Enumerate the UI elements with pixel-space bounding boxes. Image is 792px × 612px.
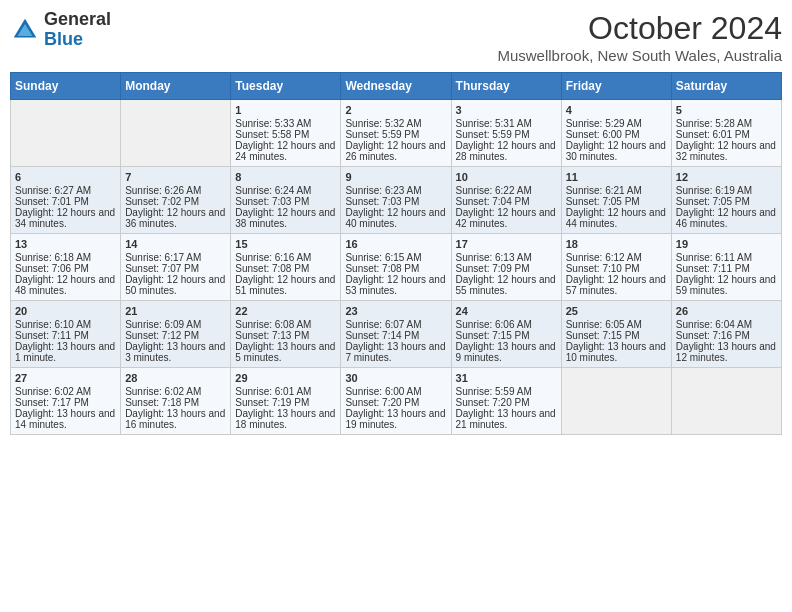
day-number: 29 <box>235 372 336 384</box>
daylight-text: Daylight: 13 hours and 21 minutes. <box>456 408 557 430</box>
sunrise-text: Sunrise: 6:11 AM <box>676 252 777 263</box>
day-number: 4 <box>566 104 667 116</box>
sunset-text: Sunset: 7:02 PM <box>125 196 226 207</box>
sunrise-text: Sunrise: 6:13 AM <box>456 252 557 263</box>
sunrise-text: Sunrise: 6:05 AM <box>566 319 667 330</box>
day-number: 7 <box>125 171 226 183</box>
sunrise-text: Sunrise: 6:23 AM <box>345 185 446 196</box>
day-number: 19 <box>676 238 777 250</box>
sunrise-text: Sunrise: 5:28 AM <box>676 118 777 129</box>
daylight-text: Daylight: 13 hours and 7 minutes. <box>345 341 446 363</box>
day-number: 27 <box>15 372 116 384</box>
sunrise-text: Sunrise: 6:04 AM <box>676 319 777 330</box>
day-number: 23 <box>345 305 446 317</box>
calendar-cell: 3Sunrise: 5:31 AMSunset: 5:59 PMDaylight… <box>451 100 561 167</box>
sunset-text: Sunset: 5:59 PM <box>345 129 446 140</box>
daylight-text: Daylight: 13 hours and 10 minutes. <box>566 341 667 363</box>
day-number: 13 <box>15 238 116 250</box>
weekday-header-monday: Monday <box>121 73 231 100</box>
calendar-week-5: 27Sunrise: 6:02 AMSunset: 7:17 PMDayligh… <box>11 368 782 435</box>
weekday-header-friday: Friday <box>561 73 671 100</box>
calendar-body: 1Sunrise: 5:33 AMSunset: 5:58 PMDaylight… <box>11 100 782 435</box>
daylight-text: Daylight: 12 hours and 59 minutes. <box>676 274 777 296</box>
sunset-text: Sunset: 6:01 PM <box>676 129 777 140</box>
sunrise-text: Sunrise: 5:33 AM <box>235 118 336 129</box>
calendar-cell: 24Sunrise: 6:06 AMSunset: 7:15 PMDayligh… <box>451 301 561 368</box>
calendar-cell: 10Sunrise: 6:22 AMSunset: 7:04 PMDayligh… <box>451 167 561 234</box>
calendar-cell: 22Sunrise: 6:08 AMSunset: 7:13 PMDayligh… <box>231 301 341 368</box>
calendar-cell: 14Sunrise: 6:17 AMSunset: 7:07 PMDayligh… <box>121 234 231 301</box>
calendar-cell: 28Sunrise: 6:02 AMSunset: 7:18 PMDayligh… <box>121 368 231 435</box>
day-number: 9 <box>345 171 446 183</box>
day-number: 1 <box>235 104 336 116</box>
calendar-header: SundayMondayTuesdayWednesdayThursdayFrid… <box>11 73 782 100</box>
day-number: 5 <box>676 104 777 116</box>
sunrise-text: Sunrise: 6:12 AM <box>566 252 667 263</box>
logo-text: General Blue <box>44 10 111 50</box>
sunset-text: Sunset: 7:08 PM <box>235 263 336 274</box>
calendar-week-4: 20Sunrise: 6:10 AMSunset: 7:11 PMDayligh… <box>11 301 782 368</box>
sunrise-text: Sunrise: 6:27 AM <box>15 185 116 196</box>
weekday-header-tuesday: Tuesday <box>231 73 341 100</box>
day-number: 3 <box>456 104 557 116</box>
sunrise-text: Sunrise: 6:06 AM <box>456 319 557 330</box>
calendar-cell: 9Sunrise: 6:23 AMSunset: 7:03 PMDaylight… <box>341 167 451 234</box>
sunset-text: Sunset: 7:03 PM <box>345 196 446 207</box>
sunrise-text: Sunrise: 5:31 AM <box>456 118 557 129</box>
day-number: 17 <box>456 238 557 250</box>
day-number: 30 <box>345 372 446 384</box>
title-block: October 2024 Muswellbrook, New South Wal… <box>497 10 782 64</box>
day-number: 25 <box>566 305 667 317</box>
sunset-text: Sunset: 7:11 PM <box>676 263 777 274</box>
weekday-header-row: SundayMondayTuesdayWednesdayThursdayFrid… <box>11 73 782 100</box>
calendar-cell: 21Sunrise: 6:09 AMSunset: 7:12 PMDayligh… <box>121 301 231 368</box>
daylight-text: Daylight: 13 hours and 14 minutes. <box>15 408 116 430</box>
calendar-title: October 2024 <box>497 10 782 47</box>
page-header: General Blue October 2024 Muswellbrook, … <box>10 10 782 64</box>
calendar-cell: 5Sunrise: 5:28 AMSunset: 6:01 PMDaylight… <box>671 100 781 167</box>
daylight-text: Daylight: 13 hours and 9 minutes. <box>456 341 557 363</box>
sunset-text: Sunset: 6:00 PM <box>566 129 667 140</box>
sunrise-text: Sunrise: 6:08 AM <box>235 319 336 330</box>
sunrise-text: Sunrise: 6:26 AM <box>125 185 226 196</box>
sunrise-text: Sunrise: 5:29 AM <box>566 118 667 129</box>
sunrise-text: Sunrise: 6:01 AM <box>235 386 336 397</box>
day-number: 14 <box>125 238 226 250</box>
day-number: 15 <box>235 238 336 250</box>
calendar-cell: 12Sunrise: 6:19 AMSunset: 7:05 PMDayligh… <box>671 167 781 234</box>
day-number: 21 <box>125 305 226 317</box>
daylight-text: Daylight: 12 hours and 50 minutes. <box>125 274 226 296</box>
daylight-text: Daylight: 12 hours and 26 minutes. <box>345 140 446 162</box>
daylight-text: Daylight: 12 hours and 30 minutes. <box>566 140 667 162</box>
day-number: 10 <box>456 171 557 183</box>
day-number: 20 <box>15 305 116 317</box>
daylight-text: Daylight: 13 hours and 5 minutes. <box>235 341 336 363</box>
day-number: 6 <box>15 171 116 183</box>
sunrise-text: Sunrise: 6:09 AM <box>125 319 226 330</box>
daylight-text: Daylight: 13 hours and 16 minutes. <box>125 408 226 430</box>
daylight-text: Daylight: 12 hours and 32 minutes. <box>676 140 777 162</box>
sunset-text: Sunset: 7:14 PM <box>345 330 446 341</box>
sunset-text: Sunset: 7:03 PM <box>235 196 336 207</box>
sunset-text: Sunset: 7:16 PM <box>676 330 777 341</box>
daylight-text: Daylight: 12 hours and 24 minutes. <box>235 140 336 162</box>
sunset-text: Sunset: 7:17 PM <box>15 397 116 408</box>
sunset-text: Sunset: 7:08 PM <box>345 263 446 274</box>
weekday-header-saturday: Saturday <box>671 73 781 100</box>
daylight-text: Daylight: 12 hours and 40 minutes. <box>345 207 446 229</box>
day-number: 12 <box>676 171 777 183</box>
calendar-cell <box>121 100 231 167</box>
calendar-cell: 27Sunrise: 6:02 AMSunset: 7:17 PMDayligh… <box>11 368 121 435</box>
sunset-text: Sunset: 7:05 PM <box>676 196 777 207</box>
daylight-text: Daylight: 12 hours and 42 minutes. <box>456 207 557 229</box>
daylight-text: Daylight: 13 hours and 18 minutes. <box>235 408 336 430</box>
calendar-cell: 1Sunrise: 5:33 AMSunset: 5:58 PMDaylight… <box>231 100 341 167</box>
calendar-cell: 19Sunrise: 6:11 AMSunset: 7:11 PMDayligh… <box>671 234 781 301</box>
day-number: 8 <box>235 171 336 183</box>
calendar-cell: 13Sunrise: 6:18 AMSunset: 7:06 PMDayligh… <box>11 234 121 301</box>
sunset-text: Sunset: 7:19 PM <box>235 397 336 408</box>
weekday-header-thursday: Thursday <box>451 73 561 100</box>
sunrise-text: Sunrise: 6:02 AM <box>125 386 226 397</box>
sunrise-text: Sunrise: 6:24 AM <box>235 185 336 196</box>
daylight-text: Daylight: 12 hours and 46 minutes. <box>676 207 777 229</box>
